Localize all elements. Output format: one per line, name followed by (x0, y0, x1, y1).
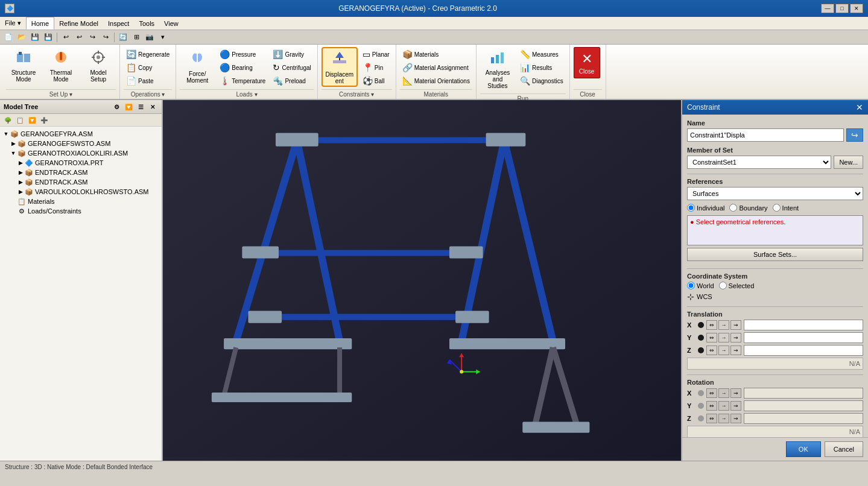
measures-btn[interactable]: 📏 Measures (518, 48, 566, 60)
pin-btn[interactable]: 📍 Pin (360, 62, 392, 74)
undo-btn[interactable]: ↩ (60, 32, 72, 43)
individual-radio-label[interactable]: Individual (687, 204, 724, 212)
tree-item-materials[interactable]: 📋 Materials (0, 197, 162, 206)
expand-icon[interactable]: ▼ (10, 150, 17, 156)
ty-icon3[interactable]: ⇝ (730, 333, 741, 342)
tree-item-geranogefyra[interactable]: ▼ 📦 GERANOGEFYRA.ASM (0, 129, 162, 139)
maximize-button[interactable]: □ (835, 4, 849, 13)
expand-icon[interactable]: ▶ (17, 160, 24, 166)
minimize-button[interactable]: — (821, 4, 834, 13)
regenerate-toolbar-btn[interactable]: 🔄 (117, 32, 129, 43)
thermal-mode-btn[interactable]: Thermal Mode (43, 47, 78, 84)
ball-btn[interactable]: ⚽ Ball (360, 75, 392, 87)
panel-filter-btn[interactable]: 🔽 (123, 102, 134, 112)
new-btn[interactable]: 📄 (2, 32, 14, 43)
rz-icon1[interactable]: ⇔ (706, 414, 717, 423)
close-button[interactable]: ✕ (850, 4, 863, 13)
tree-add-btn[interactable]: ➕ (39, 115, 49, 125)
redo-btn[interactable]: ↪ (86, 32, 98, 43)
rx-icon3[interactable]: ⇝ (730, 388, 741, 398)
preload-btn[interactable]: 🔩 Preload (270, 75, 313, 87)
panel-close-btn[interactable]: ✕ (147, 102, 158, 112)
tx-icon1[interactable]: ⇔ (706, 320, 717, 330)
expand-icon[interactable]: ▶ (17, 179, 24, 185)
name-input[interactable] (687, 128, 844, 142)
panel-settings-btn[interactable]: ⚙ (111, 102, 122, 112)
ty-input[interactable] (744, 332, 863, 343)
menu-refine-model[interactable]: Refine Model (54, 17, 103, 30)
expand-icon[interactable]: ▼ (2, 131, 10, 137)
tree-item-endtrack1[interactable]: ▶ 📦 ENDTRACK.ASM (0, 168, 162, 177)
tx-icon3[interactable]: ⇝ (730, 320, 741, 330)
menu-view[interactable]: View (159, 17, 183, 30)
tree-item-geranogefswsto[interactable]: ▶ 📦 GERANOGEFSWSTO.ASM (0, 139, 162, 148)
force-moment-btn[interactable]: Force/ Moment (180, 47, 215, 86)
new-set-btn[interactable]: New... (834, 156, 863, 169)
paste-btn[interactable]: 📄 Paste (124, 75, 172, 87)
tree-filter-toggle-btn[interactable]: 🔽 (27, 115, 37, 125)
save-btn[interactable]: 💾 (29, 32, 41, 43)
grid-btn[interactable]: ⊞ (130, 32, 142, 43)
ry-icon2[interactable]: → (718, 401, 729, 411)
tree-item-endtrack2[interactable]: ▶ 📦 ENDTRACK.ASM (0, 177, 162, 187)
materials-btn[interactable]: 📦 Materials (400, 48, 472, 60)
structure-mode-btn[interactable]: Structure Mode (6, 47, 41, 84)
ty-icon2[interactable]: → (718, 333, 729, 342)
expand-icon[interactable]: ▶ (17, 169, 24, 175)
selected-radio-label[interactable]: Selected (719, 282, 755, 289)
world-radio-label[interactable]: World (687, 282, 714, 289)
viewport[interactable]: 🔍 🔎 🔍 ⬜ ◻ ⬚ ⬚ ⬚ ⬚ ⊞ ◈ ⬚ ⬚ ⬚ (163, 100, 681, 461)
tz-icon3[interactable]: ⇝ (730, 346, 741, 355)
tree-icon-btn[interactable]: 🌳 (2, 115, 13, 125)
camera-btn[interactable]: 📷 (144, 32, 156, 43)
gravity-btn[interactable]: ⬇️ Gravity (270, 48, 313, 60)
dropdown-btn[interactable]: ▾ (157, 32, 169, 43)
tz-icon2[interactable]: → (718, 346, 729, 355)
results-btn[interactable]: 📊 Results (518, 62, 566, 74)
individual-radio[interactable] (687, 204, 695, 212)
tree-expand-btn[interactable]: 📋 (14, 115, 25, 125)
diagnostics-btn[interactable]: 🔍 Diagnostics (518, 75, 566, 87)
name-action-btn[interactable]: ↪ (846, 128, 863, 142)
ry-icon1[interactable]: ⇔ (706, 401, 717, 411)
ok-button[interactable]: OK (786, 441, 821, 457)
expand-icon[interactable]: ▶ (10, 140, 17, 147)
undo-arrow-btn[interactable]: ↩ (73, 32, 85, 43)
model-setup-btn[interactable]: Model Setup (81, 47, 116, 84)
boundary-radio-label[interactable]: Boundary (729, 204, 767, 212)
menu-home[interactable]: Home (26, 17, 54, 30)
planar-btn[interactable]: ▭ Planar (360, 48, 392, 60)
rz-icon2[interactable]: → (718, 414, 729, 423)
centrifugal-btn[interactable]: ↻ Centrifugal (270, 62, 313, 74)
pressure-btn[interactable]: 🔵 Pressure (217, 48, 268, 60)
tz-icon1[interactable]: ⇔ (706, 346, 717, 355)
tree-item-loads-constraints[interactable]: ⚙ Loads/Constraints (0, 206, 162, 216)
ry-icon3[interactable]: ⇝ (730, 401, 741, 411)
panel-columns-btn[interactable]: ☰ (135, 102, 146, 112)
tz-input[interactable] (744, 345, 863, 356)
save-copy-btn[interactable]: 💾 (42, 32, 54, 43)
rx-icon2[interactable]: → (718, 388, 729, 398)
temperature-btn[interactable]: 🌡️ Temperature (217, 75, 268, 87)
member-set-select[interactable]: ConstraintSet1 (687, 156, 831, 169)
open-btn[interactable]: 📂 (16, 32, 28, 43)
material-assignment-btn[interactable]: 🔗 Material Assignment (400, 62, 472, 74)
ty-icon1[interactable]: ⇔ (706, 333, 717, 342)
tree-item-geranotroxiaolokliri[interactable]: ▼ 📦 GERANOTROXIAOLOKLIRI.ASM (0, 148, 162, 158)
surface-sets-btn[interactable]: Surface Sets... (687, 248, 863, 261)
tree-item-varoulko[interactable]: ▶ 📦 VAROULKOOLOKLHROSWSTO.ASM (0, 187, 162, 197)
intent-radio[interactable] (773, 204, 781, 212)
rx-icon1[interactable]: ⇔ (706, 388, 717, 398)
references-selection-box[interactable]: Select geometrical references. (687, 215, 863, 245)
tx-input[interactable] (744, 320, 863, 330)
intent-radio-label[interactable]: Intent (773, 204, 799, 212)
world-radio[interactable] (687, 282, 695, 289)
copy-btn[interactable]: 📋 Copy (124, 62, 172, 74)
dialog-close-btn[interactable]: ✕ (856, 103, 863, 112)
redo-arrow-btn[interactable]: ↪ (100, 32, 112, 43)
cancel-button[interactable]: Cancel (825, 441, 863, 457)
tree-item-geranotroxia[interactable]: ▶ 🔷 GERANOTROXIA.PRT (0, 158, 162, 168)
displacement-btn[interactable]: Displacement (322, 47, 358, 87)
menu-inspect[interactable]: Inspect (103, 17, 134, 30)
regenerate-btn[interactable]: 🔄 Regenerate (124, 48, 172, 60)
